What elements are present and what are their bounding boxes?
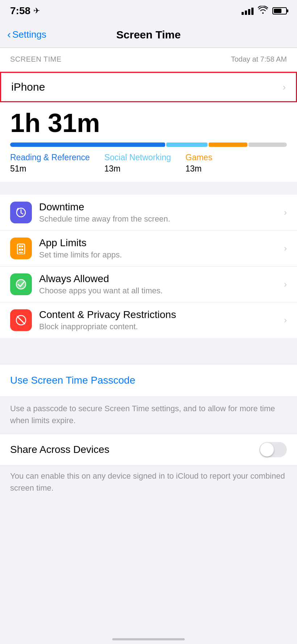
app-limits-title: App Limits: [39, 237, 277, 249]
total-usage-time: 1h 31m: [10, 109, 287, 137]
downtime-chevron-icon: ›: [284, 207, 287, 218]
always-allowed-title: Always Allowed: [39, 273, 277, 285]
wifi-icon: [258, 6, 268, 16]
downtime-text: Downtime Schedule time away from the scr…: [39, 201, 277, 224]
always-allowed-menu-item[interactable]: Always Allowed Choose apps you want at a…: [0, 267, 297, 302]
iphone-row-chevron-icon: ›: [283, 82, 286, 93]
content-privacy-icon: [10, 309, 32, 331]
location-icon: ✈︎: [33, 6, 40, 16]
content-privacy-text: Content & Privacy Restrictions Block ina…: [39, 309, 277, 331]
share-section: Share Across Devices: [0, 434, 297, 466]
svg-line-11: [17, 317, 25, 324]
bottom-spacer: [0, 501, 297, 523]
back-chevron-icon: ‹: [7, 29, 11, 40]
home-indicator: [112, 638, 185, 640]
category-reading[interactable]: Reading & Reference 51m: [10, 153, 90, 174]
app-limits-menu-item[interactable]: App Limits Set time limits for apps. ›: [0, 231, 297, 267]
section-divider-2: [0, 338, 297, 351]
downtime-icon: [10, 202, 32, 223]
category-games[interactable]: Games 13m: [185, 153, 212, 174]
app-limits-subtitle: Set time limits for apps.: [39, 250, 277, 260]
always-allowed-icon: [10, 273, 32, 295]
back-label: Settings: [12, 29, 46, 40]
app-limits-chevron-icon: ›: [284, 243, 287, 253]
signal-icon: [242, 7, 254, 15]
status-icons: [242, 6, 287, 16]
toggle-thumb: [260, 443, 274, 457]
content-privacy-menu-item[interactable]: Content & Privacy Restrictions Block ina…: [0, 302, 297, 338]
time-text: 7:58: [10, 5, 30, 17]
downtime-subtitle: Schedule time away from the screen.: [39, 214, 277, 224]
app-limits-icon: [10, 238, 32, 259]
reading-category-time: 51m: [10, 164, 90, 174]
section-divider-1: [0, 182, 297, 195]
content-privacy-subtitle: Block inappropriate content.: [39, 322, 277, 331]
social-category-label: Social Networking: [104, 153, 171, 162]
page-title: Screen Time: [116, 29, 181, 41]
share-desc-section: You can enable this on any device signed…: [0, 466, 297, 501]
passcode-description: Use a passcode to secure Screen Time set…: [10, 402, 287, 426]
games-category-label: Games: [185, 153, 212, 162]
status-time-display: 7:58 ✈︎: [10, 5, 40, 17]
screen-time-header: SCREEN TIME Today at 7:58 AM: [0, 48, 297, 72]
downtime-menu-item[interactable]: Downtime Schedule time away from the scr…: [0, 195, 297, 231]
app-limits-text: App Limits Set time limits for apps.: [39, 237, 277, 260]
always-allowed-text: Always Allowed Choose apps you want at a…: [39, 273, 277, 296]
content-privacy-chevron-icon: ›: [284, 315, 287, 325]
svg-rect-4: [19, 249, 21, 251]
svg-rect-5: [21, 245, 23, 247]
content-privacy-title: Content & Privacy Restrictions: [39, 309, 277, 321]
games-bar-segment: [209, 143, 247, 147]
share-row: Share Across Devices: [10, 434, 287, 465]
screen-time-date: Today at 7:58 AM: [231, 55, 287, 63]
share-description: You can enable this on any device signed…: [10, 470, 287, 494]
share-label: Share Across Devices: [10, 444, 109, 455]
svg-rect-7: [19, 252, 23, 253]
menu-section: Downtime Schedule time away from the scr…: [0, 195, 297, 338]
other-bar-segment: [248, 143, 287, 147]
nav-bar: ‹ Settings Screen Time: [0, 22, 297, 48]
reading-category-label: Reading & Reference: [10, 153, 90, 162]
usage-progress-bar: [10, 143, 287, 147]
svg-rect-6: [21, 249, 23, 251]
passcode-description-section: Use a passcode to secure Screen Time set…: [0, 397, 297, 434]
iphone-label: iPhone: [11, 81, 45, 93]
passcode-section: Use Screen Time Passcode: [0, 364, 297, 397]
usage-section: 1h 31m Reading & Reference 51m Social Ne…: [0, 102, 297, 182]
reading-bar-segment: [10, 143, 165, 147]
social-bar-segment: [166, 143, 208, 147]
downtime-title: Downtime: [39, 201, 277, 213]
category-social[interactable]: Social Networking 13m: [104, 153, 171, 174]
back-button[interactable]: ‹ Settings: [7, 29, 46, 40]
games-category-time: 13m: [185, 164, 212, 174]
battery-icon: [272, 7, 287, 15]
status-bar: 7:58 ✈︎: [0, 0, 297, 22]
always-allowed-chevron-icon: ›: [284, 279, 287, 289]
always-allowed-subtitle: Choose apps you want at all times.: [39, 286, 277, 296]
share-toggle[interactable]: [259, 442, 287, 457]
categories-row: Reading & Reference 51m Social Networkin…: [10, 153, 287, 174]
passcode-link[interactable]: Use Screen Time Passcode: [10, 375, 135, 386]
iphone-device-row[interactable]: iPhone ›: [0, 72, 297, 102]
screen-time-section-label: SCREEN TIME: [10, 55, 62, 63]
svg-rect-3: [19, 245, 21, 247]
social-category-time: 13m: [104, 164, 171, 174]
